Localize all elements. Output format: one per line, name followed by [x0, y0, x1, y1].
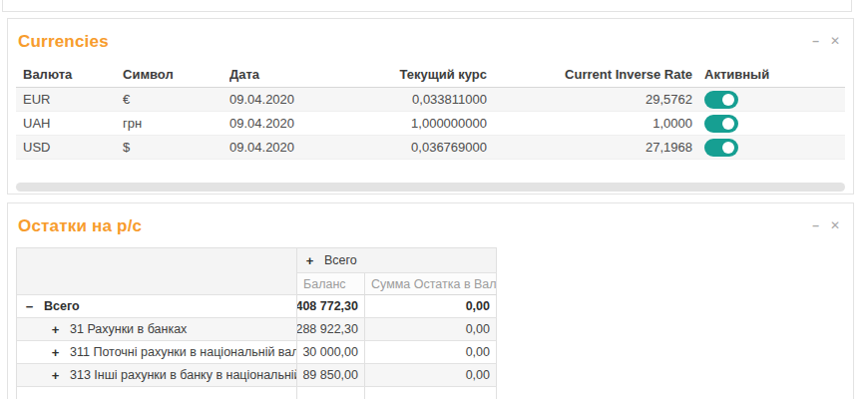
- cell-date: 09.04.2020: [229, 140, 337, 155]
- currencies-table-header: Валюта Символ Дата Текущий курс Current …: [16, 61, 845, 88]
- expand-icon[interactable]: +: [49, 368, 62, 383]
- cell-inverse-rate: 27,1968: [489, 140, 694, 155]
- cell-balance: 30 000,00: [297, 341, 365, 364]
- page: Currencies – ✕ Валюта Символ Дата Текущи…: [0, 0, 868, 399]
- pivot-corner-cell: [17, 248, 297, 295]
- active-toggle[interactable]: [704, 91, 738, 109]
- row-label-text: 311 Поточні рахунки в національній валют…: [70, 345, 297, 359]
- row-label: + 313 Інші рахунки в банку в національні…: [17, 364, 297, 387]
- row-label: + 31 Рахунки в банках: [17, 318, 297, 341]
- toggle-knob: [722, 94, 734, 106]
- page-title: Currencies: [18, 32, 109, 52]
- cell-currency: USD: [16, 140, 123, 155]
- cell-currency: EUR: [16, 92, 123, 107]
- active-toggle[interactable]: [704, 115, 738, 133]
- cell-inverse-rate: 1,0000: [489, 116, 694, 131]
- cell-currency-amount: 0,00: [365, 364, 497, 387]
- balances-panel-header: Остатки на р/с – ✕: [16, 203, 845, 236]
- row-label-text: 313 Інші рахунки в банку в національній …: [70, 368, 297, 382]
- row-label-text: 31 Рахунки в банках: [70, 322, 187, 336]
- toggle-knob: [722, 142, 734, 154]
- table-row-eur[interactable]: EUR € 09.04.2020 0,033811000 29,5762: [16, 88, 845, 112]
- cell-current-rate: 0,036769000: [337, 140, 489, 155]
- cell-currency-amount: 0,00: [365, 295, 497, 318]
- column-header-currency-amount[interactable]: Сумма Остатка в Валюте: [365, 273, 497, 295]
- table-row-usd[interactable]: USD $ 09.04.2020 0,036769000 27,1968: [16, 136, 845, 160]
- pivot-row-partial: [17, 387, 497, 399]
- balances-pivot-grid: + Всего Баланс Сумма Остатка в Валюте − …: [16, 247, 497, 399]
- cell-inverse-rate: 29,5762: [489, 92, 694, 107]
- row-label: − Всего: [17, 295, 297, 318]
- toggle-knob: [722, 118, 734, 130]
- cell-current-rate: 1,000000000: [337, 116, 489, 131]
- page-title: Остатки на р/с: [18, 216, 142, 236]
- pivot-row-total: − Всего 408 772,30 0,00: [17, 295, 497, 318]
- collapse-icon[interactable]: −: [23, 299, 36, 314]
- column-header-date[interactable]: Дата: [229, 67, 337, 82]
- collapsed-panel-edge: [2, 0, 852, 12]
- cell-currency-amount: 0,00: [365, 341, 497, 364]
- window-controls: – ✕: [812, 219, 843, 231]
- active-toggle[interactable]: [704, 139, 738, 157]
- expand-icon[interactable]: +: [49, 345, 62, 360]
- cell-balance: 408 772,30: [297, 295, 365, 318]
- cell-currency-amount: 0,00: [365, 318, 497, 341]
- currencies-table: Валюта Символ Дата Текущий курс Current …: [16, 61, 845, 160]
- column-header-balance[interactable]: Баланс: [297, 273, 365, 295]
- table-row-uah[interactable]: UAH грн 09.04.2020 1,000000000 1,0000: [16, 112, 845, 136]
- cell-balance: 89 850,00: [297, 364, 365, 387]
- column-header-active[interactable]: Активный: [694, 67, 789, 82]
- currencies-panel: Currencies – ✕ Валюта Символ Дата Текущи…: [7, 18, 854, 195]
- row-label-text: Всего: [44, 299, 80, 313]
- minimize-icon[interactable]: –: [812, 219, 819, 231]
- cell-currency: UAH: [16, 116, 123, 131]
- close-icon[interactable]: ✕: [830, 35, 840, 47]
- column-header-currency[interactable]: Валюта: [16, 67, 123, 82]
- column-group-label: Всего: [324, 253, 357, 267]
- close-icon[interactable]: ✕: [830, 219, 840, 231]
- row-label: + 311 Поточні рахунки в національній вал…: [17, 341, 297, 364]
- expand-icon[interactable]: +: [49, 322, 62, 337]
- minimize-icon[interactable]: –: [812, 35, 819, 47]
- pivot-header: + Всего Баланс Сумма Остатка в Валюте: [17, 248, 497, 295]
- cell-date: 09.04.2020: [229, 116, 337, 131]
- expand-icon[interactable]: +: [303, 253, 316, 268]
- pivot-row-311: + 311 Поточні рахунки в національній вал…: [17, 341, 497, 364]
- cell-current-rate: 0,033811000: [337, 92, 489, 107]
- pivot-row-313: + 313 Інші рахунки в банку в національні…: [17, 364, 497, 387]
- column-header-current-rate[interactable]: Текущий курс: [337, 67, 489, 82]
- currencies-panel-header: Currencies – ✕: [16, 19, 845, 52]
- cell-symbol: грн: [123, 116, 229, 131]
- horizontal-scrollbar[interactable]: [16, 183, 845, 192]
- column-group-total[interactable]: + Всего: [297, 248, 497, 273]
- cell-symbol: €: [123, 92, 229, 107]
- column-header-inverse-rate[interactable]: Current Inverse Rate: [489, 67, 694, 82]
- window-controls: – ✕: [812, 35, 843, 47]
- pivot-row-31: + 31 Рахунки в банках 288 922,30 0,00: [17, 318, 497, 341]
- balances-panel: Остатки на р/с – ✕ + Всего Баланс Сумма …: [7, 202, 854, 399]
- column-header-symbol[interactable]: Символ: [123, 67, 229, 82]
- cell-balance: 288 922,30: [297, 318, 365, 341]
- cell-date: 09.04.2020: [229, 92, 337, 107]
- cell-symbol: $: [123, 140, 229, 155]
